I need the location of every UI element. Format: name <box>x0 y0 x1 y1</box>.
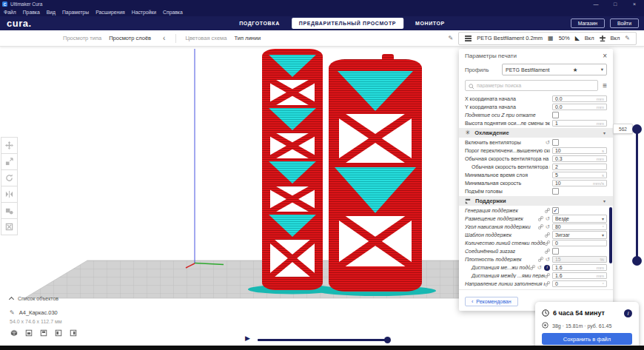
model-tower-right[interactable] <box>329 54 422 292</box>
menu-item-4[interactable]: Расширения <box>95 10 125 15</box>
per-model-settings-tool-button[interactable] <box>1 202 18 219</box>
edit-config-icon[interactable]: ✎ <box>625 35 630 41</box>
menu-item-2[interactable]: Вид <box>47 10 56 15</box>
info-icon[interactable]: i <box>624 309 632 317</box>
object-list-item[interactable]: ✎ A4_Каркас.030 <box>10 309 78 316</box>
section-header[interactable]: ✳Охлаждение▾ <box>459 128 613 138</box>
setting-checkbox[interactable] <box>552 248 559 255</box>
chevron-down-icon[interactable]: ▾ <box>603 198 606 203</box>
tab-2[interactable]: МОНИТОР <box>415 21 445 26</box>
rotate-tool-button[interactable] <box>1 169 18 186</box>
recommended-mode-button[interactable]: ‹ Рекомендован <box>465 297 518 306</box>
reset-icon: ↺ <box>546 140 550 146</box>
setting-select[interactable]: Везде▾ <box>552 215 607 223</box>
setting-row: Шаблон поддержекЗигзаг▾ <box>465 231 607 239</box>
menu-item-0[interactable]: Файл <box>4 10 16 15</box>
maximize-icon[interactable]: □ <box>606 1 625 7</box>
setting-input[interactable]: 0 <box>552 240 607 247</box>
view-front-button[interactable] <box>24 329 33 337</box>
setting-checkbox[interactable] <box>552 139 559 146</box>
info-icon[interactable]: i <box>544 265 550 271</box>
print-settings-panel: Параметры печати × Профиль PETG Bestfila… <box>459 49 613 311</box>
menu-item-1[interactable]: Правка <box>23 10 40 15</box>
layer-slider-top-handle[interactable] <box>632 124 642 134</box>
setting-checkbox[interactable]: ✓ <box>552 207 559 214</box>
setting-select[interactable]: Зигзаг▾ <box>552 231 607 239</box>
tab-0[interactable]: ПОДГОТОВКА <box>239 21 280 26</box>
infill-icon: ▦ <box>548 35 554 41</box>
play-icon[interactable]: ▶ <box>245 334 250 342</box>
select-value: Везде <box>555 216 569 221</box>
path-slider-handle[interactable] <box>384 337 391 343</box>
view-3d-button[interactable] <box>10 329 19 337</box>
section-header[interactable]: Поддержки▾ <box>459 196 613 206</box>
setting-input[interactable]: 1.6mm <box>552 264 607 272</box>
setting-input[interactable]: 15% <box>552 256 607 263</box>
search-input[interactable] <box>477 83 594 88</box>
close-window-icon[interactable]: × <box>625 1 644 7</box>
profile-select[interactable]: PETG Bestfilament ★ ▾ <box>502 64 607 75</box>
object-list-toggle[interactable]: Список объектов <box>10 296 78 301</box>
setting-label: Поднятие оси Z при откате <box>465 112 550 118</box>
move-tool-button[interactable] <box>1 137 18 154</box>
setting-input[interactable]: 0.0mm <box>552 104 607 111</box>
menu-item-3[interactable]: Параметры <box>62 10 89 15</box>
view-right-button[interactable] <box>69 329 78 337</box>
setting-input[interactable]: 2 <box>552 164 607 171</box>
setting-input[interactable]: 5s <box>552 172 607 179</box>
setting-label: Порог переключени...вышенную скорость <box>465 148 550 153</box>
color-scheme-select[interactable]: Тип линии <box>234 35 261 41</box>
minimize-icon[interactable]: — <box>586 1 606 7</box>
setting-row: Обычная скорость вентилятора на высоте0.… <box>465 155 607 163</box>
mirror-tool-button[interactable] <box>1 186 18 203</box>
setting-label: Дистанция ме...жи поддержки <box>465 265 530 270</box>
model-tower-left[interactable] <box>262 49 323 290</box>
setting-input[interactable]: 1.6mm <box>552 272 607 280</box>
input-unit: mm <box>597 265 604 270</box>
setting-checkbox[interactable] <box>552 188 559 195</box>
print-config-bar[interactable]: PETG Bestfilament 0.2mm ▦ 50% ◣ Вкл Вкл … <box>458 32 637 45</box>
close-panel-icon[interactable]: × <box>603 53 607 59</box>
tool-column <box>1 138 18 235</box>
infill-value: 50% <box>559 35 570 41</box>
menu-item-5[interactable]: Настройки <box>132 10 156 15</box>
menu-item-6[interactable]: Справка <box>163 10 183 15</box>
settings-search[interactable] <box>465 80 598 91</box>
setting-input[interactable]: 10mm/s <box>552 180 607 187</box>
support-blocker-tool-button[interactable] <box>1 218 18 235</box>
setting-input[interactable]: 0° <box>552 280 607 288</box>
view-top-button[interactable] <box>39 329 48 337</box>
camera-view-buttons <box>10 329 78 337</box>
star-icon[interactable]: ★ <box>573 67 578 73</box>
rename-icon[interactable]: ✎ <box>10 309 15 316</box>
setting-input[interactable]: 1mm <box>552 120 607 127</box>
layer-number-badge: 562 <box>613 124 633 134</box>
layer-slider-track[interactable] <box>636 129 638 260</box>
panel-scrollbar[interactable] <box>609 207 612 263</box>
collapse-legend-icon[interactable]: ‹ <box>163 34 165 42</box>
save-to-file-button[interactable]: Сохранить в файл <box>542 333 632 345</box>
edit-printer-icon[interactable]: ✎ <box>449 35 454 41</box>
input-unit: ° <box>603 281 604 286</box>
setting-input[interactable]: 10s <box>552 147 607 155</box>
setting-input[interactable]: 0.0mm <box>552 95 607 103</box>
setting-input[interactable]: 80° <box>552 223 607 231</box>
view-left-button[interactable] <box>54 329 63 337</box>
setting-label: Соединённый зигзаг <box>465 249 545 254</box>
settings-menu-icon[interactable]: ≡ <box>603 81 607 90</box>
scale-tool-button[interactable] <box>1 153 18 170</box>
layer-slider-bottom-handle[interactable] <box>632 256 642 266</box>
setting-input[interactable]: 0.3mm <box>552 155 607 163</box>
setting-checkbox[interactable] <box>552 112 559 118</box>
link-icon <box>545 240 550 246</box>
link-icon <box>545 208 550 213</box>
per-model-settings-tool-icon <box>5 204 13 218</box>
setting-label: X координата начала <box>465 96 550 101</box>
view-type-select[interactable]: Просмотр слоёв <box>109 35 151 41</box>
sign-in-button[interactable]: Войти <box>610 18 639 28</box>
marketplace-button[interactable]: Магазин <box>571 18 605 28</box>
chevron-down-icon[interactable]: ▾ <box>603 130 606 135</box>
tab-1[interactable]: ПРЕДВАРИТЕЛЬНЫЙ ПРОСМОТР <box>292 18 403 29</box>
adhesion-state: Вкл <box>611 35 620 41</box>
path-slider-track[interactable] <box>258 339 389 341</box>
